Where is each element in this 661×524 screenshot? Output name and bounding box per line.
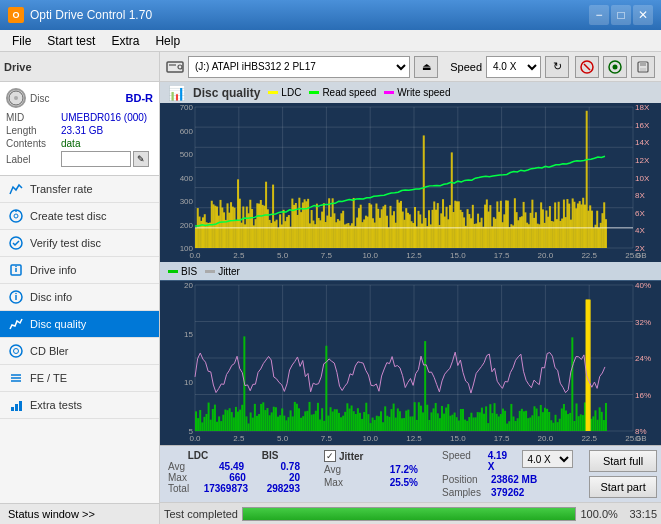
menu-extra[interactable]: Extra [103, 30, 147, 51]
sidebar-item-extra-tests[interactable]: Extra tests [0, 392, 159, 419]
write-button[interactable] [603, 56, 627, 78]
svg-rect-28 [640, 62, 646, 66]
samples-row: Samples 379262 [442, 487, 573, 498]
legend-bis: BIS [168, 266, 197, 277]
nav-items: Transfer rate Create test disc Verify te… [0, 176, 159, 503]
titlebar-left: O Opti Drive Control 1.70 [8, 7, 152, 23]
menu-start-test[interactable]: Start test [39, 30, 103, 51]
bis-dot [168, 270, 178, 273]
read-label: Read speed [322, 87, 376, 98]
nav-label-disc-info: Disc info [30, 291, 72, 303]
nav-label-verify-test-disc: Verify test disc [30, 237, 101, 249]
legend-ldc: LDC [268, 87, 301, 98]
jitter-avg-label: Avg [324, 464, 359, 475]
length-label: Length [6, 125, 61, 136]
bis-max-row: 20 [240, 472, 300, 483]
contents-label: Contents [6, 138, 61, 149]
chart-header-icon: 📊 [168, 85, 185, 101]
mid-label: MID [6, 112, 61, 123]
speed-label: Speed [450, 61, 482, 73]
bis-max-value: 20 [245, 472, 300, 483]
upper-chart [160, 103, 661, 262]
label-edit-button[interactable]: ✎ [133, 151, 149, 167]
label-label: Label [6, 154, 61, 165]
sidebar-item-disc-quality[interactable]: Disc quality [0, 311, 159, 338]
nav-label-drive-info: Drive info [30, 264, 76, 276]
sidebar-item-verify-test-disc[interactable]: Verify test disc [0, 230, 159, 257]
drive-info-icon [8, 262, 24, 278]
close-button[interactable]: ✕ [633, 5, 653, 25]
ldc-max-row: Max 660 [168, 472, 228, 483]
disc-info-icon [8, 289, 24, 305]
status-text: Test completed [164, 508, 238, 520]
progress-percent: 100.0% [580, 508, 625, 520]
create-disc-icon [8, 208, 24, 224]
jitter-avg-value: 17.2% [363, 464, 418, 475]
eject-button[interactable]: ⏏ [414, 56, 438, 78]
verify-disc-icon [8, 235, 24, 251]
sidebar-item-disc-info[interactable]: Disc info [0, 284, 159, 311]
jitter-checkbox[interactable]: ✓ [324, 450, 336, 462]
disc-icon [6, 88, 26, 108]
sidebar-item-transfer-rate[interactable]: Transfer rate [0, 176, 159, 203]
chart-title: Disc quality [193, 86, 260, 100]
svg-point-1 [14, 96, 18, 100]
contents-value: data [61, 138, 80, 149]
titlebar-controls[interactable]: − □ ✕ [589, 5, 653, 25]
speed-refresh-button[interactable]: ↻ [545, 56, 569, 78]
legend-read: Read speed [309, 87, 376, 98]
svg-rect-17 [11, 407, 14, 411]
progress-time: 33:15 [629, 508, 657, 520]
sidebar-item-cd-bler[interactable]: CD Bler [0, 338, 159, 365]
action-buttons: Start full Start part [589, 450, 656, 498]
disc-label-input[interactable] [61, 151, 131, 167]
jitter-max-label: Max [324, 477, 359, 488]
write-label: Write speed [397, 87, 450, 98]
stats-bar: LDC Avg 45.49 Max 660 Total 17369873 [160, 445, 661, 502]
maximize-button[interactable]: □ [611, 5, 631, 25]
jitter-dot [205, 270, 215, 273]
svg-point-13 [14, 349, 19, 354]
start-part-button[interactable]: Start part [589, 476, 656, 498]
sidebar-item-fe-te[interactable]: FE / TE [0, 365, 159, 392]
legend-jitter: Jitter [205, 266, 240, 277]
svg-rect-20 [167, 62, 183, 72]
speed-info-select[interactable]: 4.0 X [522, 450, 573, 468]
nav-label-extra-tests: Extra tests [30, 399, 82, 411]
lower-chart-canvas [160, 281, 661, 445]
charts-area: BIS Jitter [160, 103, 661, 445]
jitter-max-row: Max 25.5% [324, 477, 418, 488]
disc-quality-icon [8, 316, 24, 332]
status-window-button[interactable]: Status window >> [0, 503, 159, 524]
main-layout: Drive Disc BD-R MID UMEBDR016 (000) Leng… [0, 52, 661, 524]
menu-file[interactable]: File [4, 30, 39, 51]
stats-col-main: LDC Avg 45.49 Max 660 Total 17369873 [168, 450, 300, 494]
speed-select[interactable]: 4.0 X [486, 56, 541, 78]
svg-point-8 [15, 266, 17, 268]
content-area: (J:) ATAPI iHBS312 2 PL17 ⏏ Speed 4.0 X … [160, 52, 661, 524]
mid-value: UMEBDR016 (000) [61, 112, 147, 123]
menu-help[interactable]: Help [147, 30, 188, 51]
titlebar: O Opti Drive Control 1.70 − □ ✕ [0, 0, 661, 30]
max-label: Max [168, 472, 187, 483]
start-full-button[interactable]: Start full [589, 450, 656, 472]
ldc-dot [268, 91, 278, 94]
erase-button[interactable] [575, 56, 599, 78]
drive-select[interactable]: (J:) ATAPI iHBS312 2 PL17 [188, 56, 410, 78]
minimize-button[interactable]: − [589, 5, 609, 25]
bis-avg-value: 0.78 [245, 461, 300, 472]
save-button[interactable] [631, 56, 655, 78]
ldc-header: LDC [168, 450, 228, 461]
upper-chart-canvas [160, 103, 661, 262]
avg-label: Avg [168, 461, 185, 472]
drive-toolbar: (J:) ATAPI iHBS312 2 PL17 ⏏ Speed 4.0 X … [160, 52, 661, 82]
svg-point-21 [178, 65, 182, 69]
speed-info: Speed 4.19 X 4.0 X Position 23862 MB Sam… [442, 450, 573, 498]
nav-label-fe-te: FE / TE [30, 372, 67, 384]
ldc-total-row: Total 17369873 [168, 483, 228, 494]
svg-rect-29 [640, 68, 646, 71]
sidebar-item-drive-info[interactable]: Drive info [0, 257, 159, 284]
sidebar: Drive Disc BD-R MID UMEBDR016 (000) Leng… [0, 52, 160, 524]
drive-label: Drive [4, 61, 32, 73]
sidebar-item-create-test-disc[interactable]: Create test disc [0, 203, 159, 230]
